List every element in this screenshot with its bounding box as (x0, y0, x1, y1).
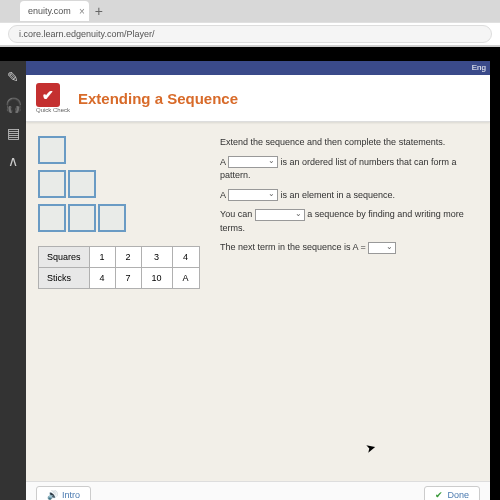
quiz-label: Quick Check (36, 107, 70, 113)
browser-chrome: enuity.com × + i.core.learn.edgenuity.co… (0, 0, 500, 47)
lesson-footer: 🔊 Intro ✔ Done (26, 481, 490, 500)
left-toolbar: ✎ 🎧 ▤ ∧ (0, 61, 26, 500)
cell: 10 (141, 268, 172, 289)
collapse-icon[interactable]: ∧ (8, 153, 18, 169)
dropdown-3[interactable] (255, 209, 305, 221)
pencil-icon[interactable]: ✎ (7, 69, 19, 85)
square (68, 170, 96, 198)
quiz-badge: ✔ Quick Check (36, 83, 70, 113)
cell: 3 (141, 247, 172, 268)
done-label: Done (447, 490, 469, 500)
row-label: Squares (39, 247, 90, 268)
table-row: Squares 1 2 3 4 (39, 247, 200, 268)
dropdown-4[interactable] (368, 242, 396, 254)
url-text: i.core.learn.edgenuity.com/Player/ (19, 29, 154, 39)
lesson-header: ✔ Quick Check Extending a Sequence (26, 75, 490, 122)
square (38, 136, 66, 164)
screen: ✎ 🎧 ▤ ∧ Eng ✔ Quick Check Extending a Se… (0, 61, 490, 500)
top-banner: Eng (26, 61, 490, 75)
tab-title: enuity.com (28, 6, 71, 16)
figure-row-1 (38, 136, 208, 164)
square (98, 204, 126, 232)
figure-row-2 (38, 170, 208, 198)
check-icon: ✔ (36, 83, 60, 107)
statement-4: The next term in the sequence is A = (220, 241, 478, 255)
intro-button[interactable]: 🔊 Intro (36, 486, 91, 501)
cell: 7 (115, 268, 141, 289)
content-area: Eng ✔ Quick Check Extending a Sequence (26, 61, 490, 500)
dropdown-2[interactable] (228, 189, 278, 201)
url-bar: i.core.learn.edgenuity.com/Player/ (0, 22, 500, 46)
check-icon: ✔ (435, 490, 443, 500)
statement-1: A is an ordered list of numbers that can… (220, 156, 478, 183)
square (38, 204, 66, 232)
data-table: Squares 1 2 3 4 Sticks 4 7 10 A (38, 246, 200, 289)
intro-text: Extend the sequence and then complete th… (220, 136, 478, 150)
banner-right: Eng (472, 63, 486, 72)
done-button[interactable]: ✔ Done (424, 486, 480, 501)
lesson-body: Squares 1 2 3 4 Sticks 4 7 10 A (26, 122, 490, 481)
figure-row-3 (38, 204, 208, 232)
notes-icon[interactable]: ▤ (7, 125, 20, 141)
tab-bar: enuity.com × + (0, 0, 500, 22)
url-field[interactable]: i.core.learn.edgenuity.com/Player/ (8, 25, 492, 43)
dropdown-1[interactable] (228, 156, 278, 168)
square (38, 170, 66, 198)
speaker-icon: 🔊 (47, 490, 58, 500)
monitor-bezel: ✎ 🎧 ▤ ∧ Eng ✔ Quick Check Extending a Se… (0, 47, 500, 500)
browser-tab[interactable]: enuity.com × (20, 1, 89, 21)
table-row: Sticks 4 7 10 A (39, 268, 200, 289)
squares-figure (38, 136, 208, 232)
cell: 4 (89, 268, 115, 289)
left-column: Squares 1 2 3 4 Sticks 4 7 10 A (38, 136, 208, 467)
lesson-title: Extending a Sequence (78, 90, 238, 107)
row-label: Sticks (39, 268, 90, 289)
cell: A (172, 268, 199, 289)
cell: 1 (89, 247, 115, 268)
intro-label: Intro (62, 490, 80, 500)
statement-3: You can a sequence by finding and writin… (220, 208, 478, 235)
statement-2: A is an element in a sequence. (220, 189, 478, 203)
cell: 4 (172, 247, 199, 268)
close-icon[interactable]: × (79, 6, 85, 17)
headphones-icon[interactable]: 🎧 (5, 97, 22, 113)
cell: 2 (115, 247, 141, 268)
new-tab-button[interactable]: + (95, 3, 103, 19)
square (68, 204, 96, 232)
right-column: Extend the sequence and then complete th… (220, 136, 478, 467)
